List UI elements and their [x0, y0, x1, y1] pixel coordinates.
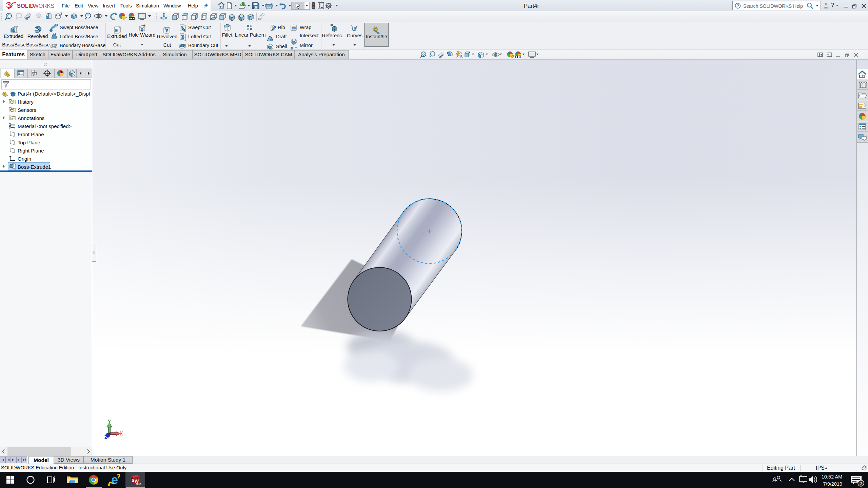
svg-text:A: A [11, 117, 14, 121]
svg-text:2018: 2018 [136, 483, 141, 486]
svg-text:WORKS: WORKS [33, 3, 54, 9]
svg-text:7/9/2019: 7/9/2019 [823, 481, 842, 487]
svg-text:SOLID: SOLID [17, 3, 34, 9]
svg-text:2: 2 [860, 481, 862, 486]
svg-text:?: ? [737, 4, 739, 8]
svg-text:A: A [460, 54, 463, 59]
svg-text:e: e [111, 473, 118, 487]
svg-text:S: S [132, 478, 135, 483]
svg-text:10:52 AM: 10:52 AM [822, 474, 842, 480]
